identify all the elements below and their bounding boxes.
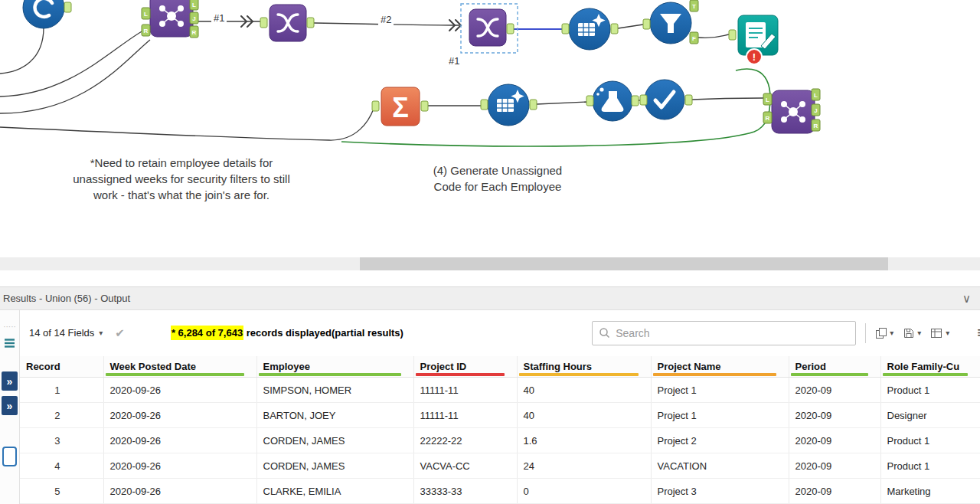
fields-dropdown[interactable]: 14 of 14 Fields ▾ [29,327,103,339]
table-cell: Designer [880,403,980,428]
table-options-icon[interactable] [4,338,15,352]
results-main: 14 of 14 Fields ▾ ✔ * 6,284 of 7,643 rec… [20,310,980,504]
summarize-tool-icon[interactable]: Σ [372,87,428,126]
fields-dropdown-label: 14 of 14 Fields [29,327,94,339]
table-row[interactable]: 52020-09-26CLARKE, EMILIA33333-330Projec… [20,479,980,504]
table-cell: CLARKE, EMILIA [256,479,413,504]
caret-down-icon: ▾ [99,329,103,337]
copy-icon [875,327,887,339]
hamburger-icon[interactable]: ≡ [977,324,980,342]
table-row[interactable]: 12020-09-26SIMPSON, HOMER11111-1140Proje… [20,378,980,403]
table-cell: 33333-33 [413,479,517,504]
column-header-staffing-hours[interactable]: Staffing Hours [517,356,651,378]
data-cleansing-tool-icon[interactable] [481,84,537,126]
filter-tool-icon[interactable]: T F [643,0,698,44]
column-header-role-family-cu[interactable]: Role Family-Cu [880,356,980,378]
workflow-canvas[interactable]: L R L J R [0,0,980,257]
table-cell: 1 [20,378,103,403]
union-tool-selected-icon[interactable] [461,4,518,53]
cell-viewer-icon[interactable] [2,447,17,466]
table-cell: 0 [517,479,651,504]
results-toolbar: 14 of 14 Fields ▾ ✔ * 6,284 of 7,643 rec… [20,310,980,356]
table-cell: 2020-09 [789,428,880,453]
table-cell: SIMPSON, HOMER [256,378,413,403]
table-cell: Project 3 [651,479,789,504]
data-cleansing-tool-icon[interactable] [562,8,618,50]
annotation-line: unassigned weeks for security filters to… [15,171,348,187]
connection-label: #1 [446,55,462,67]
union-tool-icon[interactable] [260,5,314,41]
svg-text:L: L [192,2,196,8]
svg-text:L: L [144,11,148,18]
svg-text:R: R [192,29,197,36]
svg-text:J: J [814,107,817,114]
table-cell: BARTON, JOEY [256,403,413,428]
table-row[interactable]: 22020-09-26BARTON, JOEY11111-1140Project… [20,403,980,428]
join-tool-icon[interactable]: L R L J R [763,89,820,133]
table-cell: 2020-09-26 [103,403,256,428]
table-cell: 1.6 [517,428,651,453]
column-header-week-posted-date[interactable]: Week Posted Date [103,356,256,378]
search-input[interactable] [616,327,849,339]
table-cell: 4 [20,453,103,479]
collapse-chevron-icon[interactable]: ∨ [962,292,971,306]
table-row[interactable]: 42020-09-26CORDEN, JAMESVACVA-CC24VACATI… [20,453,980,479]
svg-text:!: ! [753,51,756,63]
alteryx-designer-window: L R L J R [0,0,980,504]
table-cell: 2020-09 [789,453,880,479]
results-panel-header[interactable]: Results - Union (56) - Output ∨ [0,287,980,310]
search-icon [599,327,610,339]
expand-columns-button[interactable]: » [2,371,18,391]
table-cell: VACATION [651,453,789,479]
caret-down-icon: ▾ [917,329,921,337]
column-header-project-id[interactable]: Project ID [413,356,517,378]
column-header-record[interactable]: Record [20,356,103,378]
copy-menu-button[interactable]: ▾ [875,327,893,339]
canvas-annotation: (4) Generate Unassigned Code for Each Em… [397,162,599,195]
column-header-period[interactable]: Period [789,356,880,378]
table-cell: 11111-11 [413,378,517,403]
record-count-text: * 6,284 of 7,643 records displayed(parti… [171,327,403,339]
results-body: » » 14 of 14 Fields ▾ ✔ * 6,284 of 7,643… [0,310,980,504]
table-cell: CORDEN, JAMES [256,453,413,479]
table-cell: 11111-11 [413,403,517,428]
table-cell: 2020-09-26 [103,453,256,479]
unique-tool-icon[interactable] [640,80,692,119]
svg-text:L: L [814,92,818,99]
new-window-menu-button[interactable]: ▾ [930,327,949,339]
data-quality-bar [416,373,505,376]
annotation-line: *Need to retain employee details for [15,155,348,171]
table-cell: 24 [517,453,651,479]
svg-text:T: T [692,3,696,10]
table-row[interactable]: 32020-09-26CORDEN, JAMES22222-221.6Proje… [20,428,980,453]
search-box[interactable] [592,321,856,345]
results-left-toolbar: » » [0,310,20,504]
table-cell: 2 [20,403,103,428]
record-count-highlight: * 6,284 of 7,643 [171,326,243,340]
canvas-horizontal-scrollbar[interactable] [0,257,980,270]
column-header-project-name[interactable]: Project Name [651,356,789,378]
render-tool-icon[interactable]: ! [729,15,778,64]
table-cell: 3 [20,428,103,453]
table-window-icon [930,327,943,339]
table-cell: 2020-09 [789,403,880,428]
save-menu-button[interactable]: ▾ [903,327,921,339]
data-quality-bar [106,373,244,376]
annotation-line: (4) Generate Unassigned [397,162,599,178]
join-tool-icon[interactable]: L R L J R [142,0,198,38]
data-quality-bar [653,373,776,376]
column-header-employee[interactable]: Employee [256,356,413,378]
expand-rows-button[interactable]: » [2,396,18,415]
apply-check-icon[interactable]: ✔ [115,326,125,340]
results-table: RecordWeek Posted DateEmployeeProject ID… [20,356,980,504]
table-cell: 40 [517,403,651,428]
table-cell: 2020-09 [789,479,880,504]
table-cell: Product 1 [880,453,980,479]
browse-tool-icon[interactable] [23,0,71,28]
test-tool-icon[interactable] [586,81,639,121]
table-cell: Product 1 [880,428,980,453]
table-cell: Marketing [880,479,980,504]
table-cell: 2020-09-26 [103,378,256,403]
data-quality-bar [791,373,868,376]
scrollbar-thumb[interactable] [360,257,888,270]
